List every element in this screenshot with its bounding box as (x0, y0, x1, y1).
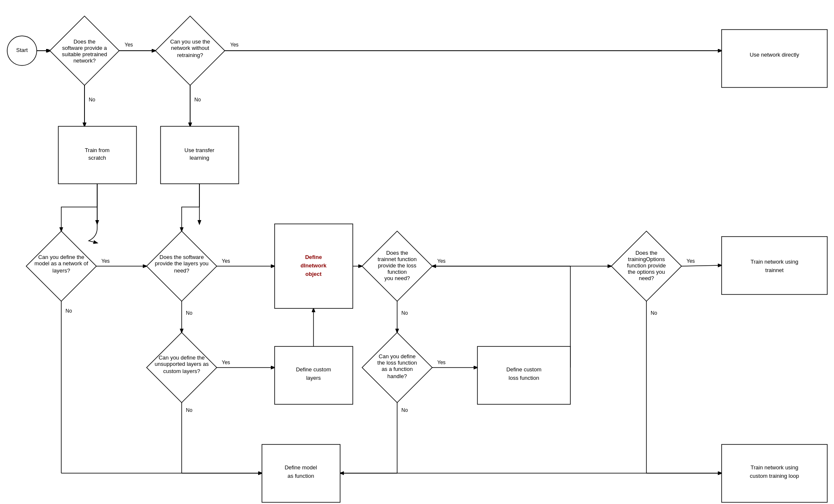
label-d5-yes: Yes (437, 258, 446, 264)
label-d1-yes: Yes (125, 42, 133, 48)
custom-loss-label-1: Define custom (506, 366, 541, 373)
d8-text-3: as a function (382, 366, 413, 372)
custom-loop-label-2: custom training loop (750, 473, 799, 479)
dlnetwork-label-1: Define (305, 254, 322, 260)
model-function-label-1: Define model (285, 464, 317, 471)
d5-text-5: you need? (384, 275, 410, 281)
label-d8-no: No (401, 407, 408, 413)
use-network-box (722, 30, 827, 87)
d4-text-1: Does the software (160, 254, 204, 260)
label-d7-no: No (186, 407, 193, 413)
d2-text-2: network without (171, 45, 210, 51)
d7-text-3: custom layers? (163, 368, 200, 374)
transfer-learning-label-2: learning (190, 155, 209, 161)
d5-text-4: function (387, 269, 407, 275)
label-d3-yes: Yes (101, 258, 110, 264)
d8-text-1: Can you define (379, 353, 415, 360)
label-d6-yes: Yes (687, 258, 695, 264)
d6-text-4: the options you (628, 269, 665, 275)
d5-text-2: trainnet function (378, 256, 417, 262)
d3-text-1: Can you define the (38, 254, 84, 260)
label-d1-no: No (89, 97, 95, 103)
d1-text-2: software provide a (62, 45, 107, 51)
label-d4-no: No (186, 310, 193, 316)
d6-text-1: Does the (635, 250, 657, 256)
start-label: Start (16, 47, 28, 53)
label-d2-yes: Yes (230, 42, 239, 48)
custom-layers-label-2: layers (306, 375, 321, 381)
train-trainnet-label-1: Train network using (751, 259, 799, 265)
custom-loop-label-1: Train network using (751, 464, 799, 471)
dlnetwork-label-2: dlnetwork (300, 262, 327, 269)
use-network-label-1: Use network directly (750, 52, 799, 58)
model-function-label-2: as function (288, 473, 314, 479)
d2-text-1: Can you use the (170, 38, 210, 45)
d7-diamond (147, 332, 217, 403)
train-trainnet-label-2: trainnet (765, 267, 784, 273)
label-d8-yes: Yes (437, 360, 446, 365)
d5-text-1: Does the (386, 250, 408, 256)
d6-text-3: function provide (627, 262, 666, 269)
d1-text-1: Does the (74, 38, 95, 45)
d5-text-3: provide the loss (378, 262, 417, 269)
d6-text-5: need? (639, 275, 654, 281)
d4-text-3: need? (174, 267, 189, 274)
label-d5-no: No (401, 310, 408, 316)
label-d2-no: No (194, 97, 201, 103)
d2-text-3: retraining? (177, 52, 203, 58)
d3-text-2: model as a network of (34, 260, 88, 267)
d3-text-3: layers? (52, 267, 70, 274)
d7-text-1: Can you define the (158, 354, 204, 361)
label-d7-yes: Yes (222, 360, 230, 365)
train-trainnet-box (722, 237, 827, 294)
d1-text-4: network? (74, 57, 96, 64)
d4-text-2: provide the layers you (155, 260, 208, 267)
transfer-learning-label-1: Use transfer (185, 147, 215, 153)
d1-text-3: suitable pretrained (62, 51, 107, 57)
d8-text-2: the loss function (377, 360, 417, 366)
custom-loss-label-2: loss function (509, 375, 539, 381)
d8-text-4: handle? (387, 373, 407, 379)
label-d4-yes: Yes (222, 258, 230, 264)
train-scratch-label-2: scratch (88, 155, 106, 161)
train-scratch-label-1: Train from (85, 147, 110, 153)
label-d3-no: No (65, 308, 72, 314)
d7-text-2: unsupported layers as (155, 361, 209, 367)
flowchart-svg: Yes Yes No No Yes Yes Yes (0, 0, 834, 504)
dlnetwork-label-3: object (305, 271, 322, 277)
d6-text-2: trainingOptions (628, 256, 665, 262)
label-d6-no: No (651, 310, 657, 316)
custom-layers-label-1: Define custom (296, 366, 331, 373)
